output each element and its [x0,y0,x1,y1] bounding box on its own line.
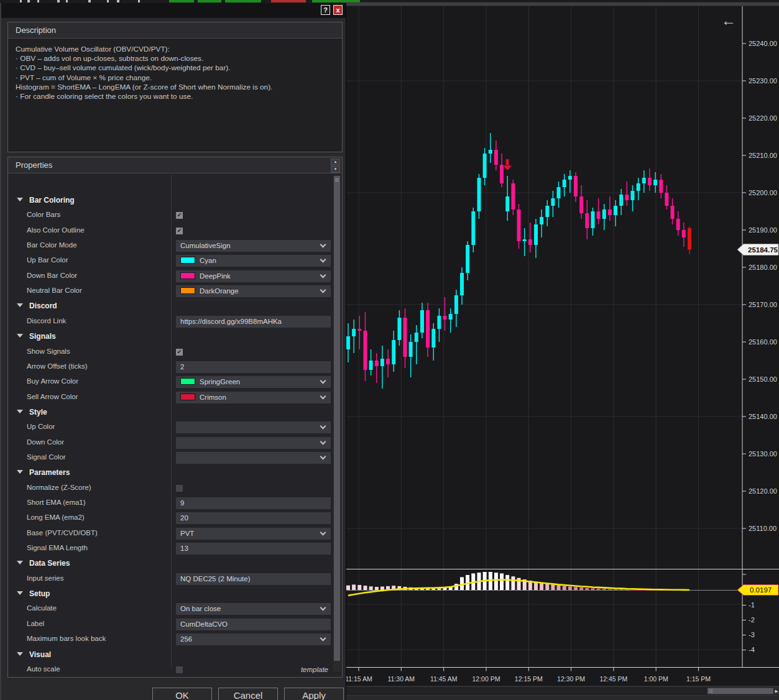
property-row-input-series: Input seriesNQ DEC25 (2 Minute) [8,573,333,585]
dialog-titlebar[interactable]: ? x [1,3,346,18]
properties-header: Properties [8,157,342,173]
properties-scrollbar[interactable] [333,175,341,672]
property-row-bar-color-mode: Bar Color ModeCumulativeSign [8,239,333,252]
input-discord-link[interactable]: https://discord.gg/x99B8mAHKa [176,316,331,328]
toolbar-remnant [66,0,68,2]
input-input-series[interactable]: NQ DEC25 (2 Minute) [176,573,331,585]
property-row-style[interactable]: Style [8,406,333,418]
chart-horizontal-scrollbar: ▶ [346,686,779,700]
collapse-triangle-icon[interactable] [17,561,23,564]
help-button[interactable]: ? [321,5,330,15]
template-link[interactable]: template [301,666,328,673]
dropdown-base-pvt-cvd-obt[interactable]: PVT [176,528,331,540]
dropdown-value: DeepPink [200,272,231,280]
checkbox-auto-scale[interactable] [176,666,183,673]
property-label: Short EMA (ema1) [27,499,86,506]
collapse-triangle-icon[interactable] [17,591,23,595]
property-label: Down Bar Color [27,272,77,279]
svg-text:1:00 PM: 1:00 PM [644,675,668,683]
input-signal-ema-length[interactable]: 13 [176,543,331,555]
dropdown-neutral-bar-color[interactable]: DarkOrange [176,285,331,297]
dropdown-buy-arrow-color[interactable]: SpringGreen [176,376,331,388]
property-row-data-series[interactable]: Data Series [8,557,333,569]
dropdown-calculate[interactable]: On bar close [176,603,331,615]
checkbox-also-color-outline[interactable]: ✔ [176,228,183,234]
property-row-signal-ema-length: Signal EMA Length13 [8,542,333,555]
toolbar-remnant [225,0,261,2]
dropdown-signal-color[interactable] [176,452,331,464]
dropdown-up-color[interactable] [176,421,331,433]
color-swatch [180,394,195,400]
svg-text:-1: -1 [749,601,755,609]
checkbox-show-signals[interactable]: ✔ [176,349,183,356]
property-row-visual[interactable]: Visual [8,648,333,661]
cancel-button[interactable]: Cancel [218,688,278,700]
properties-scroll-spinner: ▲ ▼ [331,159,340,173]
svg-text:25190.00: 25190.00 [749,226,777,234]
apply-button[interactable]: Apply [284,688,344,700]
chevron-down-icon [320,257,326,263]
dropdown-value: DarkOrange [200,287,239,295]
property-row-sell-arrow-color: Sell Arrow ColorCrimson [8,391,333,403]
svg-text:25220.00: 25220.00 [749,114,777,122]
input-long-ema-ema2[interactable]: 20 [176,512,331,524]
svg-text:12:30 PM: 12:30 PM [557,675,585,683]
toolbar-remnant [198,0,221,2]
dropdown-bar-color-mode[interactable]: CumulativeSign [176,240,331,252]
property-label: Neutral Bar Color [27,287,82,294]
collapse-triangle-icon[interactable] [17,198,23,201]
property-label: Maximum bars look back [27,635,106,642]
group-label: Data Series [29,559,70,568]
input-short-ema-ema1[interactable]: 9 [176,497,331,509]
collapse-triangle-icon[interactable] [17,303,23,307]
price-chart-canvas[interactable]: 25240.0025230.0025220.0025210.0025200.00… [346,0,779,700]
scroll-up-icon[interactable]: ▲ [331,159,340,165]
property-row-parameters[interactable]: Parameters [8,466,333,479]
svg-text:12:45 PM: 12:45 PM [599,675,627,683]
dropdown-maximum-bars-look-back[interactable]: 256 [176,633,331,645]
dropdown-down-color[interactable] [176,437,331,449]
input-value: 13 [180,545,188,552]
input-label[interactable]: CumDeltaCVO [176,619,331,630]
color-swatch [180,272,195,279]
input-arrow-offset-ticks[interactable]: 2 [176,361,331,373]
property-label: Also Color Outline [27,226,85,234]
chevron-down-icon [320,605,326,611]
ok-button[interactable]: OK [152,688,212,700]
collapse-triangle-icon[interactable] [17,334,23,338]
input-value: 20 [180,514,188,522]
close-icon[interactable]: x [333,5,343,15]
property-row-setup[interactable]: Setup [8,587,333,600]
description-line: · OBV – adds vol on up-closes, subtracts… [16,54,334,63]
svg-text:25130.00: 25130.00 [749,450,777,458]
description-text: Cumulative Volume Oscillator (OBV/CVD/PV… [8,39,342,108]
property-row-show-signals: Show Signals✔ [8,346,333,358]
scrollbar-thumb[interactable] [334,176,340,661]
chevron-down-icon [320,635,326,642]
property-label: Normalize (Z-Score) [27,484,91,491]
property-row-discord[interactable]: Discord [8,300,333,312]
collapse-triangle-icon[interactable] [17,652,23,656]
property-row-arrow-offset-ticks: Arrow Offset (ticks)2 [8,361,333,373]
dropdown-up-bar-color[interactable]: Cyan [176,255,331,267]
svg-text:25230.00: 25230.00 [749,77,777,85]
property-row-down-color: Down Color [8,436,333,449]
property-row-signals[interactable]: Signals [8,330,333,343]
dropdown-value: Crimson [200,394,226,401]
dropdown-down-bar-color[interactable]: DeepPink [176,270,331,282]
dropdown-value: SpringGreen [200,378,240,385]
svg-text:-4: -4 [749,646,755,653]
dropdown-sell-arrow-color[interactable]: Crimson [176,392,331,403]
toolbar-remnant [57,0,60,2]
dropdown-value: On bar close [180,605,221,612]
collapse-triangle-icon[interactable] [17,470,23,474]
checkbox-color-bars[interactable]: ✔ [176,212,183,219]
description-line: · PVT – cum of Volume × % price change. [16,73,334,83]
color-swatch [180,257,195,264]
toolbar-remnant [117,0,119,2]
collapse-triangle-icon[interactable] [17,410,23,413]
property-label: Show Signals [27,348,70,355]
checkbox-normalize-z-score[interactable] [176,485,183,492]
scroll-down-icon[interactable]: ▼ [331,166,340,173]
property-row-bar-coloring[interactable]: Bar Coloring [8,194,333,206]
